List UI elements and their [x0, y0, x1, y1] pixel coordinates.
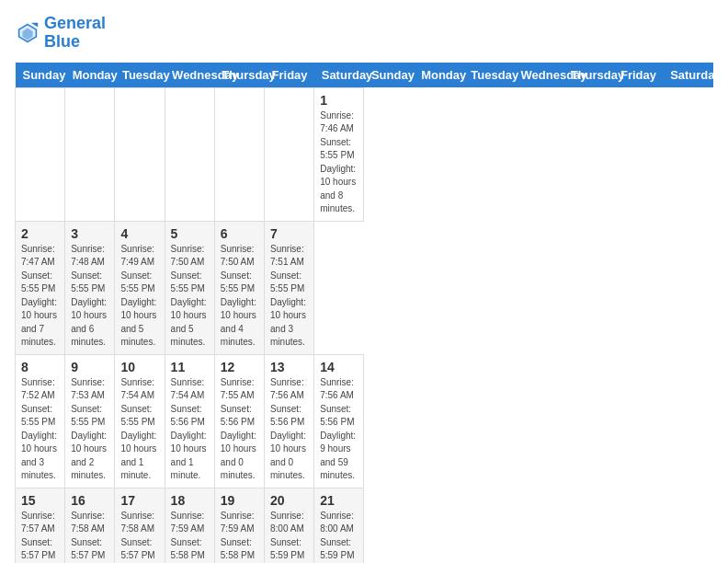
day-number: 6: [221, 226, 258, 241]
logo-icon: [15, 20, 40, 46]
col-header-thursday: Thursday: [214, 63, 264, 88]
calendar-cell: [265, 87, 314, 221]
calendar-cell: 17 Sunrise: 7:58 AM Sunset: 5:57 PM Dayl…: [115, 488, 165, 563]
col-header-saturday: Saturday: [663, 63, 712, 88]
calendar-cell: 13 Sunrise: 7:56 AM Sunset: 5:56 PM Dayl…: [265, 354, 314, 488]
day-info: Sunrise: 7:56 AM Sunset: 5:56 PM Dayligh…: [270, 376, 308, 483]
day-number: 8: [21, 360, 59, 374]
col-header-friday: Friday: [613, 63, 663, 88]
day-info: Sunrise: 8:00 AM Sunset: 5:59 PM Dayligh…: [270, 510, 308, 563]
day-info: Sunrise: 7:58 AM Sunset: 5:57 PM Dayligh…: [71, 510, 108, 563]
day-number: 3: [71, 226, 108, 241]
calendar-cell: 19 Sunrise: 7:59 AM Sunset: 5:58 PM Dayl…: [214, 488, 264, 563]
col-header-wednesday: Wednesday: [165, 63, 214, 88]
calendar-cell: 20 Sunrise: 8:00 AM Sunset: 5:59 PM Dayl…: [265, 488, 314, 563]
day-number: 7: [270, 226, 308, 241]
calendar-week-row: 2 Sunrise: 7:47 AM Sunset: 5:55 PM Dayli…: [16, 221, 713, 354]
day-info: Sunrise: 7:47 AM Sunset: 5:55 PM Dayligh…: [21, 243, 59, 350]
calendar-cell: 21 Sunrise: 8:00 AM Sunset: 5:59 PM Dayl…: [314, 488, 364, 563]
day-info: Sunrise: 7:46 AM Sunset: 5:55 PM Dayligh…: [320, 109, 358, 216]
day-number: 2: [21, 226, 59, 241]
col-header-tuesday: Tuesday: [115, 63, 165, 88]
day-number: 16: [71, 493, 108, 508]
day-number: 12: [221, 360, 258, 374]
day-number: 21: [320, 493, 358, 508]
calendar-week-row: 15 Sunrise: 7:57 AM Sunset: 5:57 PM Dayl…: [16, 488, 713, 563]
calendar-cell: [165, 87, 214, 221]
calendar-cell: 9 Sunrise: 7:53 AM Sunset: 5:55 PM Dayli…: [65, 354, 115, 488]
calendar-cell: [214, 87, 264, 221]
day-info: Sunrise: 7:59 AM Sunset: 5:58 PM Dayligh…: [171, 510, 209, 563]
calendar-table: SundayMondayTuesdayWednesdayThursdayFrid…: [15, 63, 713, 563]
day-number: 19: [221, 493, 258, 508]
calendar-cell: 5 Sunrise: 7:50 AM Sunset: 5:55 PM Dayli…: [165, 221, 214, 354]
day-info: Sunrise: 7:54 AM Sunset: 5:56 PM Dayligh…: [171, 376, 209, 483]
calendar-cell: 6 Sunrise: 7:50 AM Sunset: 5:55 PM Dayli…: [214, 221, 264, 354]
day-number: 5: [171, 226, 209, 241]
day-info: Sunrise: 7:53 AM Sunset: 5:55 PM Dayligh…: [71, 376, 108, 483]
logo: General Blue: [15, 15, 106, 52]
col-header-sunday: Sunday: [364, 63, 414, 88]
day-number: 20: [270, 493, 308, 508]
day-number: 1: [320, 93, 358, 108]
day-number: 13: [270, 360, 308, 374]
calendar-cell: [65, 87, 115, 221]
day-info: Sunrise: 7:50 AM Sunset: 5:55 PM Dayligh…: [171, 243, 209, 350]
calendar-cell: [16, 87, 65, 221]
day-number: 15: [21, 493, 59, 508]
day-info: Sunrise: 7:52 AM Sunset: 5:55 PM Dayligh…: [21, 376, 59, 483]
col-header-friday: Friday: [265, 63, 314, 88]
calendar-cell: 7 Sunrise: 7:51 AM Sunset: 5:55 PM Dayli…: [265, 221, 314, 354]
day-info: Sunrise: 7:50 AM Sunset: 5:55 PM Dayligh…: [221, 243, 258, 350]
calendar-cell: 12 Sunrise: 7:55 AM Sunset: 5:56 PM Dayl…: [214, 354, 264, 488]
calendar-header-row: SundayMondayTuesdayWednesdayThursdayFrid…: [16, 63, 713, 88]
day-info: Sunrise: 7:57 AM Sunset: 5:57 PM Dayligh…: [21, 510, 59, 563]
day-number: 18: [171, 493, 209, 508]
col-header-thursday: Thursday: [563, 63, 613, 88]
day-number: 10: [120, 360, 158, 374]
calendar-cell: 18 Sunrise: 7:59 AM Sunset: 5:58 PM Dayl…: [165, 488, 214, 563]
calendar-cell: 3 Sunrise: 7:48 AM Sunset: 5:55 PM Dayli…: [65, 221, 115, 354]
day-info: Sunrise: 7:48 AM Sunset: 5:55 PM Dayligh…: [71, 243, 108, 350]
calendar-cell: [115, 87, 165, 221]
col-header-monday: Monday: [65, 63, 115, 88]
day-number: 11: [171, 360, 209, 374]
calendar-week-row: 8 Sunrise: 7:52 AM Sunset: 5:55 PM Dayli…: [16, 354, 713, 488]
day-info: Sunrise: 7:56 AM Sunset: 5:56 PM Dayligh…: [320, 376, 358, 483]
calendar-cell: 1 Sunrise: 7:46 AM Sunset: 5:55 PM Dayli…: [314, 87, 364, 221]
calendar-cell: 16 Sunrise: 7:58 AM Sunset: 5:57 PM Dayl…: [65, 488, 115, 563]
calendar-cell: 15 Sunrise: 7:57 AM Sunset: 5:57 PM Dayl…: [16, 488, 65, 563]
col-header-sunday: Sunday: [16, 63, 65, 88]
calendar-cell: 14 Sunrise: 7:56 AM Sunset: 5:56 PM Dayl…: [314, 354, 364, 488]
day-number: 4: [120, 226, 158, 241]
col-header-wednesday: Wednesday: [514, 63, 563, 88]
calendar-cell: 2 Sunrise: 7:47 AM Sunset: 5:55 PM Dayli…: [16, 221, 65, 354]
day-number: 17: [120, 493, 158, 508]
day-info: Sunrise: 7:55 AM Sunset: 5:56 PM Dayligh…: [221, 376, 258, 483]
day-number: 9: [71, 360, 108, 374]
day-info: Sunrise: 7:49 AM Sunset: 5:55 PM Dayligh…: [120, 243, 158, 350]
calendar-cell: 8 Sunrise: 7:52 AM Sunset: 5:55 PM Dayli…: [16, 354, 65, 488]
calendar-cell: 11 Sunrise: 7:54 AM Sunset: 5:56 PM Dayl…: [165, 354, 214, 488]
day-info: Sunrise: 7:58 AM Sunset: 5:57 PM Dayligh…: [120, 510, 158, 563]
logo-text: General Blue: [44, 15, 106, 52]
col-header-saturday: Saturday: [314, 63, 364, 88]
page-header: General Blue: [15, 15, 713, 52]
day-info: Sunrise: 7:51 AM Sunset: 5:55 PM Dayligh…: [270, 243, 308, 350]
day-info: Sunrise: 8:00 AM Sunset: 5:59 PM Dayligh…: [320, 510, 358, 563]
day-info: Sunrise: 7:54 AM Sunset: 5:55 PM Dayligh…: [120, 376, 158, 483]
calendar-cell: 4 Sunrise: 7:49 AM Sunset: 5:55 PM Dayli…: [115, 221, 165, 354]
col-header-tuesday: Tuesday: [463, 63, 513, 88]
day-number: 14: [320, 360, 358, 374]
col-header-monday: Monday: [414, 63, 463, 88]
day-info: Sunrise: 7:59 AM Sunset: 5:58 PM Dayligh…: [221, 510, 258, 563]
calendar-cell: 10 Sunrise: 7:54 AM Sunset: 5:55 PM Dayl…: [115, 354, 165, 488]
calendar-week-row: 1 Sunrise: 7:46 AM Sunset: 5:55 PM Dayli…: [16, 87, 713, 221]
